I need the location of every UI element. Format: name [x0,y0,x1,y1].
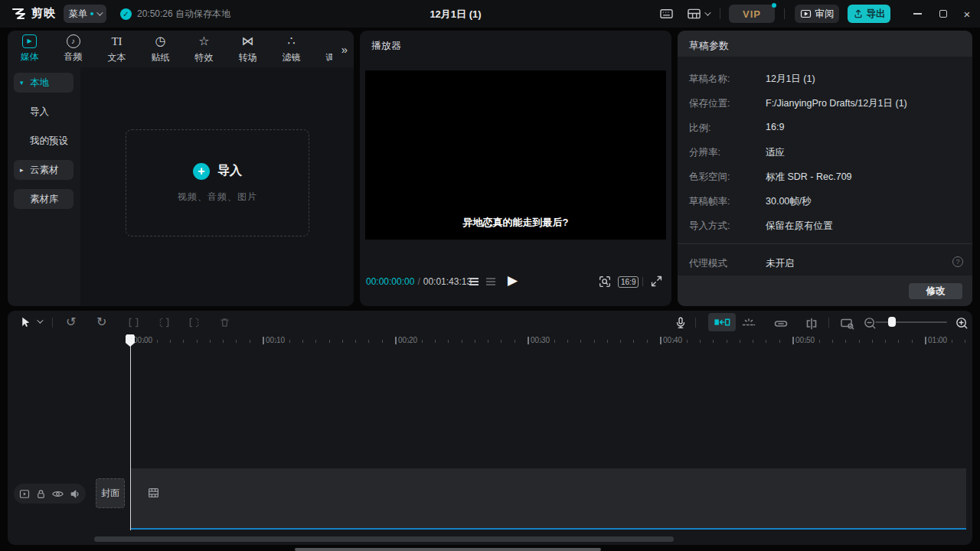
tab-audio[interactable]: ♪音频 [51,31,95,67]
film-strip-icon [147,487,160,499]
sidebar-item-cloud-material[interactable]: ▸云素材 [14,160,74,180]
preview-axis-button[interactable] [741,316,756,331]
export-button[interactable]: 导出 [848,5,890,23]
lock-icon[interactable] [35,488,47,500]
frame-list-dim-icon[interactable] [486,278,495,286]
auto-snap-button[interactable] [708,313,736,331]
current-time: 00:00:00:00 [366,276,414,287]
review-button[interactable]: 审阅 [795,5,839,23]
track-controls [14,484,86,504]
tab-label: 音频 [64,51,83,64]
ruler-tick [898,340,899,343]
tab-adjust[interactable]: ⋮调节 [313,31,332,67]
menu-button[interactable]: 菜单 [64,5,106,23]
modify-button[interactable]: 修改 [909,283,962,299]
split-keep-left-button[interactable] [158,316,171,329]
split-keep-right-button[interactable] [188,316,201,329]
ruler-tick [355,340,356,343]
record-voiceover-button[interactable] [674,316,688,330]
sidebar-item-label: 导入 [30,106,49,119]
play-button[interactable]: ▶ [508,272,518,289]
maximize-button[interactable] [930,0,956,28]
titlebar-divider [720,8,720,19]
param-row: 分辨率:适应 [678,140,972,165]
audio-tab-icon: ♪ [67,34,80,48]
preview-quality-button[interactable] [598,275,612,289]
ruler-tick [236,340,237,343]
tab-text[interactable]: TI文本 [95,31,139,67]
playhead-line [130,345,132,530]
select-tool-dropdown[interactable] [37,319,41,324]
draft-params-panel: 草稿参数 草稿名称:12月1日 (1)保存位置:F:/JianyingPro D… [678,31,972,306]
ruler-tick [143,340,144,343]
expand-tabs-button[interactable]: » [335,31,354,67]
zoom-slider[interactable] [875,321,947,323]
sidebar-item-import[interactable]: 导入 [14,102,74,122]
fullscreen-button[interactable] [650,275,663,288]
text-tab-icon: TI [111,34,122,49]
speaker-icon[interactable] [69,488,81,500]
check-circle-icon: ✓ [120,8,132,20]
minimize-button[interactable] [904,0,930,28]
import-dropzone[interactable]: + 导入 视频、音频、图片 [126,129,309,236]
params-rows: 草稿名称:12月1日 (1)保存位置:F:/JianyingPro Drafts… [678,67,972,238]
eye-icon[interactable] [51,488,64,500]
mirror-split-button[interactable] [804,316,819,331]
param-label: 导入方式: [689,220,730,233]
select-tool-button[interactable] [19,316,32,329]
link-button[interactable] [773,316,789,331]
timeline-panel: ↺ ↻ [8,311,972,545]
tab-transitions[interactable]: ⋈转场 [226,31,270,67]
tree-arrow-icon: ▸ [20,166,26,174]
zoom-slider-handle[interactable] [888,317,896,327]
param-label: 比例: [689,122,710,135]
aspect-ratio-button[interactable]: 16:9 [618,276,639,288]
split-button[interactable] [127,316,140,329]
cover-button[interactable]: 封面 [96,478,125,508]
ruler-tick [700,340,701,343]
frame-list-icon[interactable] [469,278,479,286]
ruler-tick [673,340,674,343]
tab-label: 贴纸 [152,51,170,64]
sidebar-item-material-library[interactable]: 素材库 [14,189,74,209]
ruler-tick [475,340,475,343]
delete-button[interactable] [218,316,231,329]
undo-button[interactable]: ↺ [66,316,76,328]
video-preview[interactable]: 异地恋真的能走到最后? [365,70,666,240]
zoom-out-button[interactable] [863,316,877,331]
timeline-ruler[interactable]: 00:0000:1000:2000:3000:4000:5001:00 [8,334,972,350]
shortcut-keyboard-icon[interactable] [659,8,674,20]
tab-filters[interactable]: ∴滤镜 [270,31,313,67]
layout-switch-icon[interactable] [687,8,709,20]
player-panel: 播放器 异地恋真的能走到最后? 00:00:00:00 / 00:01:43:1… [360,31,671,306]
ruler-tick [250,340,250,343]
timeline-scrollbar[interactable] [94,536,674,542]
ruler-tick [620,340,621,343]
tab-sticker[interactable]: ◷贴纸 [139,31,182,67]
ruler-tick [435,340,436,343]
tab-label: 调节 [326,51,333,64]
track-media-icon[interactable] [18,488,31,500]
redo-button[interactable]: ↻ [96,316,106,328]
preview-pane-button[interactable] [840,316,855,331]
param-value: F:/JianyingPro Drafts/12月1日 (1) [766,97,907,110]
ruler-tick [289,340,290,343]
sidebar-item-local[interactable]: ▾本地 [14,73,74,93]
close-button[interactable]: × [954,0,980,28]
ruler-tick [197,340,198,343]
help-icon[interactable]: ? [952,256,963,267]
main-track-indicator-line [130,528,966,530]
sidebar-item-my-presets[interactable]: 我的预设 [14,131,74,151]
media-tab-bar: ▶媒体♪音频TI文本◷贴纸☆特效⋈转场∴滤镜⋮调节 [8,31,332,67]
chevron-down-icon [37,317,43,323]
ruler-tick [554,340,555,343]
ruler-tick [580,340,581,343]
tab-effects[interactable]: ☆特效 [182,31,226,67]
vip-button[interactable]: VIP [729,5,775,23]
toolbar-divider [52,318,53,328]
ruler-tick [965,340,965,343]
param-row: 比例:16:9 [678,116,972,140]
player-controls: 00:00:00:00 / 00:01:43:13 ▶ 16:9 [360,270,671,293]
zoom-in-button[interactable] [955,316,969,331]
tab-media[interactable]: ▶媒体 [8,31,51,67]
